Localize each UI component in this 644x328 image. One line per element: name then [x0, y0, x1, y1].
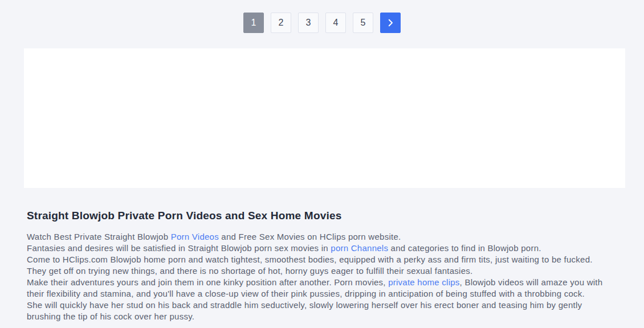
pagination: 12345 — [0, 0, 644, 33]
seo-paragraph: She will quickly have her stud on his ba… — [27, 300, 617, 322]
seo-text-segment: They get off on trying new things, and t… — [27, 266, 472, 276]
ad-placeholder-panel — [24, 48, 625, 188]
seo-paragraph: They get off on trying new things, and t… — [27, 265, 617, 277]
seo-text-segment: and categories to find in Blowjob porn. — [388, 243, 541, 253]
seo-text-segment: Make their adventures yours and join the… — [27, 277, 388, 287]
page-button-4[interactable]: 4 — [325, 13, 346, 33]
page-button-3[interactable]: 3 — [298, 13, 319, 33]
chevron-right-icon — [385, 18, 396, 28]
seo-text-segment: Watch Best Private Straight Blowjob — [27, 232, 171, 241]
page-button-2[interactable]: 2 — [271, 13, 291, 33]
seo-paragraph: Fantasies and desires will be satisfied … — [27, 243, 617, 254]
seo-link[interactable]: Porn Videos — [171, 232, 219, 241]
seo-paragraph: Make their adventures yours and join the… — [27, 277, 617, 300]
page-button-1[interactable]: 1 — [243, 13, 264, 33]
seo-text-segment: and Free Sex Movies on HClips porn websi… — [219, 232, 401, 241]
pagination-next-button[interactable] — [380, 13, 401, 33]
seo-paragraph: Come to HClips.com Blowjob home porn and… — [27, 254, 617, 265]
seo-link[interactable]: private home clips — [388, 277, 459, 287]
seo-text-segment: Come to HClips.com Blowjob home porn and… — [27, 255, 593, 264]
seo-link[interactable]: porn Channels — [331, 243, 388, 253]
seo-content: Straight Blowjob Private Porn Videos and… — [27, 210, 617, 322]
seo-text-segment: She will quickly have her stud on his ba… — [27, 300, 582, 321]
seo-paragraph: Watch Best Private Straight Blowjob Porn… — [27, 231, 617, 243]
page: { "colors": { "page_bg": "#f4f5f9", "pan… — [0, 0, 644, 328]
pagination-pages: 12345 — [243, 13, 373, 33]
seo-text-segment: Fantasies and desires will be satisfied … — [27, 243, 331, 253]
page-button-5[interactable]: 5 — [353, 13, 373, 33]
seo-heading: Straight Blowjob Private Porn Videos and… — [27, 210, 617, 222]
seo-text-block: Watch Best Private Straight Blowjob Porn… — [27, 231, 617, 322]
